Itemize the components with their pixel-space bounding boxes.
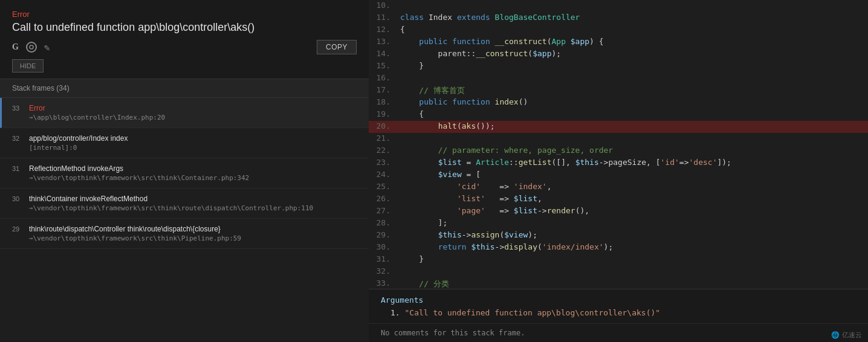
stack-item[interactable]: 32 app/blog/controller/Index index [inte…: [0, 128, 369, 158]
stack-num: 33: [12, 105, 24, 112]
argument-items: 1. "Call to undefined function app\blog\…: [381, 308, 856, 317]
stack-item[interactable]: 29 think\route\dispatch\Controller think…: [0, 219, 369, 249]
svg-point-0: [30, 45, 33, 49]
line-content: // 博客首页: [398, 85, 868, 97]
code-line: 15. }: [369, 60, 868, 73]
arguments-label: Arguments: [381, 295, 856, 305]
line-number: 22.: [369, 145, 398, 157]
line-content: }: [398, 60, 868, 73]
line-content: [398, 266, 868, 278]
stack-name: think\Container invokeReflectMethod: [29, 195, 147, 203]
stack-frames-header: Stack frames (34): [0, 79, 369, 98]
line-content: 'page' => $list->render(),: [398, 205, 868, 218]
right-panel: 10. 11. class Index extends BlogBaseCont…: [369, 0, 868, 342]
stack-num: 32: [12, 135, 24, 142]
line-number: 30.: [369, 242, 398, 254]
line-content: $view = [: [398, 169, 868, 181]
line-content: [398, 73, 868, 85]
circle-icon[interactable]: [26, 42, 37, 53]
line-content: }: [398, 254, 868, 266]
stack-path: →\vendor\topthink\framework\src\think\ro…: [12, 204, 357, 212]
line-content: [398, 133, 868, 145]
left-panel: Error Call to undefined function app\blo…: [0, 0, 369, 342]
code-line: 31. }: [369, 254, 868, 266]
line-number: 33.: [369, 278, 398, 289]
code-line: 21.: [369, 133, 868, 145]
no-comments-text: No comments for this stack frame.: [369, 323, 868, 342]
line-content: class Index extends BlogBaseController: [398, 12, 868, 24]
stack-path: [internal]:0: [12, 144, 357, 152]
stack-item[interactable]: 33 Error →\app\blog\controller\Index.php…: [0, 98, 369, 128]
stack-num: 30: [12, 195, 24, 202]
code-line: 30. return $this->display('index/index')…: [369, 242, 868, 254]
code-lines: 10. 11. class Index extends BlogBaseCont…: [369, 0, 868, 289]
stack-name: Error: [29, 104, 45, 112]
code-line: 12. {: [369, 24, 868, 36]
code-line: 18. public function index(): [369, 97, 868, 109]
line-number: 27.: [369, 205, 398, 218]
argument-item: 1. "Call to undefined function app\blog\…: [381, 308, 856, 317]
line-number: 14.: [369, 48, 398, 60]
code-line: 23. $list = Article::getList([], $this->…: [369, 157, 868, 169]
line-content: $list = Article::getList([], $this->page…: [398, 157, 868, 169]
code-line: 22. // parameter: where, page_size, orde…: [369, 145, 868, 157]
line-content: return $this->display('index/index');: [398, 242, 868, 254]
line-number: 31.: [369, 254, 398, 266]
code-line: 19. {: [369, 109, 868, 121]
line-number: 25.: [369, 181, 398, 193]
line-content: public function index(): [398, 97, 868, 109]
line-number: 13.: [369, 36, 398, 48]
code-line: 29. $this->assign($view);: [369, 230, 868, 242]
error-label: Error: [12, 10, 357, 19]
brush-icon[interactable]: ✎: [44, 42, 50, 53]
error-header: Error Call to undefined function app\blo…: [0, 0, 369, 79]
line-number: 28.: [369, 218, 398, 230]
line-number: 15.: [369, 60, 398, 73]
code-line: 10.: [369, 0, 868, 12]
line-number: 29.: [369, 230, 398, 242]
line-number: 20.: [369, 121, 398, 133]
line-number: 26.: [369, 193, 398, 205]
line-number: 12.: [369, 24, 398, 36]
error-icons: G ✎: [12, 42, 50, 53]
line-content: ];: [398, 218, 868, 230]
code-line: 13. public function __construct(App $app…: [369, 36, 868, 48]
line-content: 'cid' => 'index',: [398, 181, 868, 193]
line-number: 10.: [369, 0, 398, 12]
stack-item[interactable]: 30 think\Container invokeReflectMethod →…: [0, 189, 369, 219]
hide-button[interactable]: HIDE: [12, 59, 44, 73]
stack-name: ReflectionMethod invokeArgs: [29, 164, 123, 173]
line-number: 21.: [369, 133, 398, 145]
watermark-icon: 🌐: [831, 331, 840, 339]
google-icon[interactable]: G: [12, 42, 19, 52]
watermark-text: 亿速云: [842, 331, 862, 340]
line-content: halt(aks());: [398, 121, 868, 133]
error-icons-row: G ✎ COPY: [12, 40, 357, 54]
code-line: 11. class Index extends BlogBaseControll…: [369, 12, 868, 24]
line-number: 24.: [369, 169, 398, 181]
stack-item[interactable]: 31 ReflectionMethod invokeArgs →\vendor\…: [0, 158, 369, 189]
line-content: $this->assign($view);: [398, 230, 868, 242]
code-line: 24. $view = [: [369, 169, 868, 181]
line-content: {: [398, 24, 868, 36]
code-line: 14. parent::__construct($app);: [369, 48, 868, 60]
line-content: // 分类: [398, 278, 868, 289]
code-line: 26. 'list' => $list,: [369, 193, 868, 205]
stack-num: 31: [12, 165, 24, 172]
line-content: parent::__construct($app);: [398, 48, 868, 60]
copy-button[interactable]: COPY: [317, 40, 357, 54]
line-content: // parameter: where, page_size, order: [398, 145, 868, 157]
stack-name: app/blog/controller/Index index: [29, 134, 128, 143]
code-line: 32.: [369, 266, 868, 278]
line-content: {: [398, 109, 868, 121]
line-content: public function __construct(App $app) {: [398, 36, 868, 48]
line-content: [398, 0, 868, 12]
code-line: 25. 'cid' => 'index',: [369, 181, 868, 193]
code-line: 16.: [369, 73, 868, 85]
line-number: 23.: [369, 157, 398, 169]
stack-num: 29: [12, 225, 24, 233]
line-number: 32.: [369, 266, 398, 278]
line-number: 16.: [369, 73, 398, 85]
code-line: 17. // 博客首页: [369, 85, 868, 97]
line-number: 18.: [369, 97, 398, 109]
